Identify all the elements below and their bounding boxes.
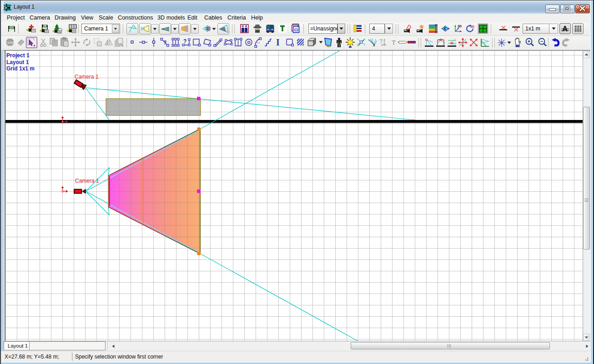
svg-text:3D: 3D [458,25,462,28]
svg-text:3D: 3D [309,41,313,45]
svg-text:Layout 1: Layout 1 [6,59,29,65]
svg-text:Camera 1: Camera 1 [75,178,99,184]
svg-text:?: ? [183,38,186,45]
svg-text:Project 1: Project 1 [6,52,30,59]
svg-text:STOP: STOP [7,41,14,44]
svg-text:3D: 3D [470,25,474,28]
svg-text:I: I [276,37,280,47]
svg-text:?: ? [379,38,383,45]
svg-text:Camera 1: Camera 1 [75,74,99,80]
svg-text:T: T [392,39,396,46]
svg-text:?: ? [163,40,166,46]
svg-text:Grid 1x1 m: Grid 1x1 m [6,65,35,72]
